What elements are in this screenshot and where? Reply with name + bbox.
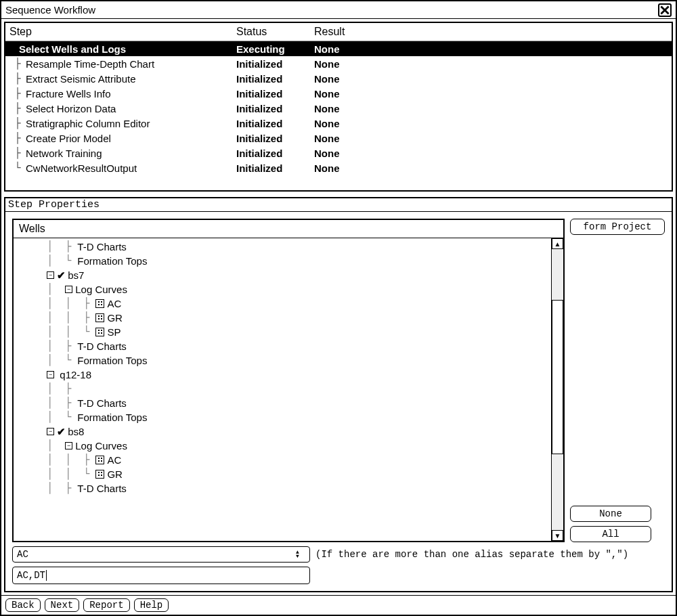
step-status: Initialized [236,162,314,174]
tree-indent: │ │ ├ [16,311,95,325]
tree-indent: │ └ [16,410,77,424]
step-row[interactable]: └CwNetworkResultOutputInitializedNone [5,160,672,175]
wells-tree-header: Wells [14,220,563,238]
tree-item[interactable]: − q12-18 [16,368,548,382]
tree-item[interactable]: │ └ Formation Tops [16,353,548,368]
tree-connector-icon: ├ [9,147,26,159]
tree-item[interactable]: │ │ ├ GR [16,311,548,325]
tree-item[interactable]: │ ├ T-D Charts [16,396,548,410]
alias-input-value: AC,DT [17,570,45,581]
tree-indent [16,368,47,382]
tree-item[interactable]: │ │ ├ AC [16,296,548,311]
scrollbar[interactable]: ▲ ▼ [551,238,563,541]
alias-combo-row: AC ▲▼ (If there are more than one alias … [12,546,665,563]
tree-item-label: SP [107,325,121,339]
step-name: Extract Seismic Attribute [26,73,136,85]
wells-tree[interactable]: │ ├ T-D Charts │ └ Formation Tops −✔bs7 … [14,238,551,541]
tree-indent: │ │ └ [16,325,95,339]
step-result: None [314,162,668,174]
tree-indent: │ ├ [16,481,77,496]
tree-indent: │ │ ├ [16,453,95,467]
wells-tree-scroll: │ ├ T-D Charts │ └ Formation Tops −✔bs7 … [14,238,563,541]
side-buttons: form Project None All [570,219,665,542]
step-name: Stratigraphic Column Editor [26,118,150,129]
tree-item[interactable]: │ −Log Curves [16,439,548,453]
tree-connector-icon: └ [9,162,26,174]
tree-indent: │ [16,282,65,296]
scroll-thumb[interactable] [552,300,563,454]
tree-item[interactable]: │ ├ T-D Charts [16,481,548,496]
step-row[interactable]: Select Wells and LogsExecutingNone [5,41,672,56]
step-row[interactable]: ├Network TrainingInitializedNone [5,146,672,160]
step-name: Select Wells and Logs [9,43,126,55]
step-row[interactable]: ├Select Horizon DataInitializedNone [5,101,672,116]
close-button[interactable] [658,3,672,17]
tree-item[interactable]: │ │ ├ AC [16,453,548,467]
tree-connector-icon: ├ [9,72,26,85]
form-project-button[interactable]: form Project [570,219,665,235]
step-result: None [314,88,668,100]
collapse-icon[interactable]: − [65,286,72,293]
tree-item-label: bs8 [68,424,84,439]
tree-connector-icon: ├ [9,102,26,114]
step-result: None [314,133,668,144]
scroll-track[interactable] [552,249,563,530]
steps-header: Step Status Result [5,23,672,41]
collapse-icon[interactable]: − [47,271,54,279]
wells-tree-container: Wells │ ├ T-D Charts │ └ Formation Tops … [12,219,565,542]
alias-combo[interactable]: AC ▲▼ [12,546,310,563]
report-button[interactable]: Report [83,598,129,612]
help-button[interactable]: Help [134,598,169,612]
steps-panel: Step Status Result Select Wells and Logs… [4,22,673,192]
tree-item[interactable]: −✔bs8 [16,424,548,439]
spinner-icon: ▲▼ [296,550,305,558]
tree-item[interactable]: │ └ Formation Tops [16,410,548,424]
none-button[interactable]: None [570,506,651,522]
log-curve-icon [95,456,104,464]
next-button[interactable]: Next [45,598,80,612]
collapse-icon[interactable]: − [47,428,54,435]
tree-item-label: GR [107,311,123,325]
alias-input[interactable]: AC,DT [12,567,310,584]
step-row[interactable]: ├Fracture Wells InfoInitializedNone [5,86,672,101]
step-result: None [314,103,668,114]
tree-indent: │ └ [16,353,77,368]
tree-item[interactable]: │ ├ T-D Charts [16,339,548,353]
step-status: Initialized [236,118,314,129]
tree-indent: │ ├ [16,240,77,254]
tree-indent: │ ├ [16,382,77,396]
tree-item[interactable]: −✔bs7 [16,268,548,282]
step-name: Select Horizon Data [26,103,116,114]
step-status: Initialized [236,73,314,85]
titlebar: Sequence Workflow [1,1,676,19]
tree-item-label: GR [107,467,123,481]
collapse-icon[interactable]: − [47,371,54,378]
scroll-down-button[interactable]: ▼ [552,530,563,541]
step-status: Initialized [236,88,314,100]
tree-item-label: Log Curves [75,282,127,296]
tree-indent: │ └ [16,254,77,268]
log-curve-icon [95,299,104,308]
tree-item-label: Log Curves [75,439,127,453]
log-curve-icon [95,470,104,479]
scroll-up-button[interactable]: ▲ [552,238,563,249]
back-button[interactable]: Back [5,598,41,612]
collapse-icon[interactable]: − [65,442,72,449]
tree-item[interactable]: │ │ └ GR [16,467,548,481]
tree-indent: │ ├ [16,339,77,353]
tree-item-label: AC [107,453,121,467]
all-button[interactable]: All [570,526,651,542]
step-row[interactable]: ├Stratigraphic Column EditorInitializedN… [5,116,672,131]
tree-item[interactable]: │ │ └ SP [16,325,548,339]
step-row[interactable]: ├Extract Seismic AttributeInitializedNon… [5,71,672,86]
tree-item[interactable]: │ ├ T-D Charts [16,240,548,254]
tree-item[interactable]: │ ├ [16,382,548,396]
tree-item[interactable]: │ └ Formation Tops [16,254,548,268]
alias-hint: (If there are more than one alias separa… [315,549,628,560]
step-row[interactable]: ├Create Prior ModelInitializedNone [5,131,672,146]
step-row[interactable]: ├Resample Time-Depth ChartInitializedNon… [5,56,672,71]
tree-item[interactable]: │ −Log Curves [16,282,548,296]
tree-item-label: T-D Charts [77,240,127,254]
check-icon: ✔ [57,424,66,439]
tree-indent: │ ├ [16,396,77,410]
